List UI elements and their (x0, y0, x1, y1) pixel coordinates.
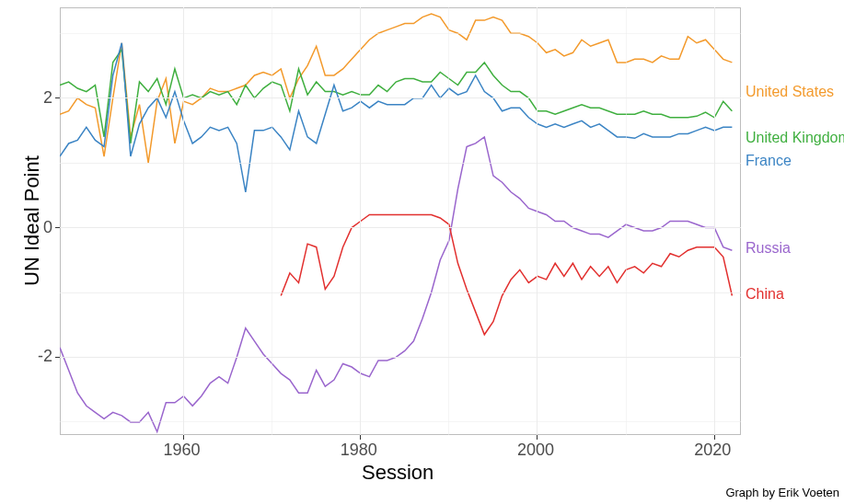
x-tick (183, 435, 184, 440)
x-tick-label: 1980 (341, 441, 377, 460)
x-tick (537, 435, 538, 440)
y-tick-label: 0 (43, 218, 52, 237)
grid-h (60, 357, 741, 358)
y-tick (55, 227, 60, 228)
series-label-united-states: United States (746, 84, 834, 100)
grid-h-minor (60, 33, 741, 34)
grid-h-minor (60, 163, 741, 164)
series-line-united-kingdom (60, 50, 732, 143)
grid-v-minor (448, 7, 449, 435)
x-tick (360, 435, 361, 440)
x-axis-title: Session (362, 461, 434, 485)
y-axis-title: UN Ideal Point (20, 155, 44, 286)
grid-v (714, 7, 715, 435)
series-label-china: China (746, 286, 784, 303)
grid-v (183, 7, 184, 435)
y-tick (55, 357, 60, 358)
chart-caption: Graph by Erik Voeten (725, 486, 839, 499)
grid-v (537, 7, 538, 435)
series-label-united-kingdom: United Kingdom (746, 130, 844, 146)
grid-v-minor (626, 7, 627, 435)
series-line-france (60, 43, 732, 192)
series-label-france: France (746, 153, 792, 169)
x-tick-label: 1960 (164, 441, 201, 460)
grid-h (60, 227, 741, 228)
grid-h-minor (60, 292, 741, 293)
chart-lines (0, 0, 844, 504)
y-tick (55, 97, 60, 98)
y-tick-label: 2 (43, 88, 52, 108)
series-line-russia (60, 137, 732, 432)
grid-v (360, 7, 361, 435)
grid-h-minor (60, 421, 741, 422)
x-tick-label: 2020 (694, 441, 731, 460)
x-tick-label: 2000 (517, 441, 554, 460)
series-label-russia: Russia (746, 240, 791, 257)
x-tick (714, 435, 715, 440)
grid-h (60, 97, 741, 98)
series-line-china (281, 214, 732, 334)
y-tick-label: -2 (38, 347, 52, 366)
grid-v-minor (272, 7, 272, 435)
